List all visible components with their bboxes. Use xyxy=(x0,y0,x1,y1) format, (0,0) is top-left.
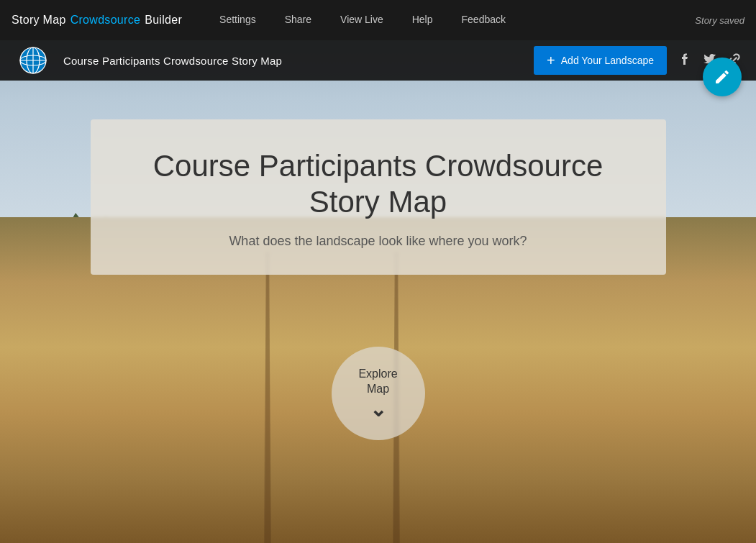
nav-links: Settings Share View Live Help Feedback xyxy=(205,0,520,40)
nav-view-live[interactable]: View Live xyxy=(326,0,398,40)
facebook-icon[interactable] xyxy=(678,52,693,70)
esri-globe-icon xyxy=(19,46,47,75)
story-saved-status: Story saved xyxy=(695,15,744,26)
content-overlay: Course Participants Crowdsource Story Ma… xyxy=(0,40,756,543)
brand-prefix: Story Map xyxy=(12,14,66,27)
brand-suffix: Builder xyxy=(145,14,182,27)
hero-subtitle: What does the landscape look like where … xyxy=(134,234,623,249)
map-title: Course Participants Crowdsource Story Ma… xyxy=(63,55,282,67)
chevron-down-icon: ⌄ xyxy=(370,400,386,420)
edit-button[interactable] xyxy=(703,58,742,96)
plus-icon: + xyxy=(547,53,555,68)
brand-highlight: Crowdsource xyxy=(70,14,141,27)
second-bar: Course Participants Crowdsource Story Ma… xyxy=(0,40,756,81)
page-wrapper: Story Map Crowdsource Builder Settings S… xyxy=(0,0,756,543)
add-landscape-button[interactable]: + Add Your Landscape xyxy=(534,46,667,75)
nav-settings[interactable]: Settings xyxy=(205,0,270,40)
explore-label: Explore Map xyxy=(358,367,397,397)
top-nav: Story Map Crowdsource Builder Settings S… xyxy=(0,0,756,40)
title-card: Course Participants Crowdsource Story Ma… xyxy=(91,119,666,275)
brand: Story Map Crowdsource Builder xyxy=(12,14,182,27)
nav-feedback[interactable]: Feedback xyxy=(447,0,520,40)
explore-map-button[interactable]: Explore Map ⌄ xyxy=(332,347,425,440)
esri-logo xyxy=(14,46,52,75)
pencil-icon xyxy=(714,68,731,86)
hero-title: Course Participants Crowdsource Story Ma… xyxy=(134,148,623,221)
add-landscape-label: Add Your Landscape xyxy=(561,55,654,66)
nav-help[interactable]: Help xyxy=(398,0,447,40)
nav-share[interactable]: Share xyxy=(270,0,326,40)
